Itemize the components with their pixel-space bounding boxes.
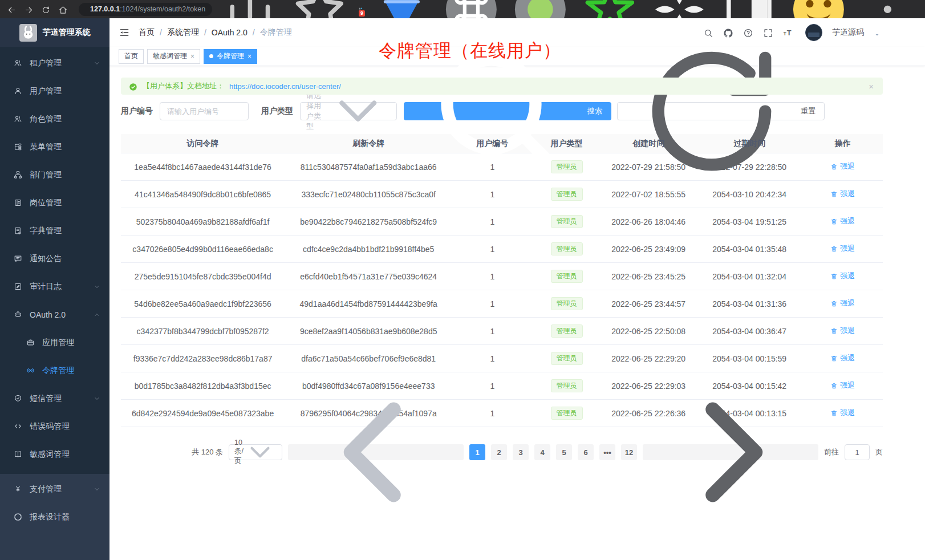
sidebar-item-bottom-1[interactable]: 报表设计器 (0, 503, 109, 531)
sidebar-item-8[interactable]: 审计日志 (0, 273, 109, 301)
refresh-token-cell: dfa6c71a50a54c66bef706ef9e6e8d81 (285, 354, 452, 363)
doc-alert: 【用户体系】文档地址： https://doc.iocoder.cn/user-… (121, 78, 883, 95)
breadcrumb-item-1[interactable]: 系统管理 (167, 27, 199, 38)
avatar[interactable] (805, 24, 822, 41)
sidebar-item-3[interactable]: 菜单管理 (0, 133, 109, 161)
force-logout-button[interactable]: 强退 (830, 408, 855, 418)
force-logout-button[interactable]: 强退 (830, 161, 855, 172)
sidebar-item-label: OAuth 2.0 (30, 310, 66, 319)
tab-close-icon[interactable]: × (190, 53, 194, 60)
sidebar-item-10[interactable]: 应用管理 (0, 328, 109, 356)
actions-cell: 强退 (803, 189, 883, 200)
sidebar-item-14[interactable]: 敏感词管理 (0, 440, 109, 468)
tab-1[interactable]: 敏感词管理× (147, 49, 200, 64)
sidebar-item-11[interactable]: 令牌管理 (0, 356, 109, 384)
username[interactable]: 芋道源码 (832, 27, 864, 38)
page-button-6[interactable]: 6 (578, 444, 594, 460)
sidebar: 芋道管理系统 租户管理用户管理角色管理菜单管理部门管理岗位管理字典管理通知公告审… (0, 18, 109, 560)
user-type-select[interactable]: 请选择用户类型 (300, 102, 397, 120)
force-logout-button[interactable]: 强退 (830, 326, 855, 336)
table-row-5: 54d6be82ee5a460a9aedc1f9bf22365649d1aa46… (121, 290, 883, 318)
sidebar-item-7[interactable]: 通知公告 (0, 245, 109, 273)
app-logo[interactable]: 芋道管理系统 (0, 18, 109, 47)
page-button-5[interactable]: 5 (556, 444, 572, 460)
sidebar-item-12[interactable]: 短信管理 (0, 384, 109, 412)
actions-cell: 强退 (803, 271, 883, 282)
browser-back-button[interactable] (7, 5, 17, 14)
user-id-input[interactable] (160, 102, 249, 120)
back-icon (7, 5, 17, 15)
browser-forward-button[interactable] (24, 5, 34, 14)
tab-0[interactable]: 首页 (119, 49, 144, 64)
extensions-icon[interactable]: 9 (359, 3, 363, 15)
sidebar-menu: 租户管理用户管理角色管理菜单管理部门管理岗位管理字典管理通知公告审计日志OAut… (0, 47, 109, 468)
breadcrumb-item-0[interactable]: 首页 (139, 27, 155, 38)
created-at-cell: 2022-06-25 23:45:25 (601, 272, 696, 281)
sidebar-item-label: 令牌管理 (42, 366, 74, 376)
created-at-cell: 2022-07-29 21:58:50 (601, 163, 696, 172)
alert-doc-link[interactable]: https://doc.iocoder.cn/user-center/ (229, 82, 341, 91)
expires-at-cell: 2054-03-04 00:15:59 (696, 354, 803, 363)
arrow-right-icon (645, 367, 816, 538)
sidebar-toggle-button[interactable] (119, 27, 130, 38)
column-header-0: 访问令牌 (121, 139, 285, 149)
sidebar-item-6[interactable]: 字典管理 (0, 217, 109, 245)
sidebar-item-label: 报表设计器 (30, 512, 70, 522)
page-button-1[interactable]: 1 (469, 444, 485, 460)
user-type-badge: 管理员 (551, 297, 583, 310)
rabbit-icon (19, 24, 37, 42)
page-ellipsis[interactable]: ••• (599, 444, 615, 460)
sidebar-item-2[interactable]: 角色管理 (0, 105, 109, 133)
sidebar-item-label: 岗位管理 (30, 198, 62, 208)
hamburger-icon (119, 27, 130, 38)
browser-home-button[interactable] (58, 5, 68, 14)
tab-2[interactable]: 令牌管理× (204, 49, 257, 64)
page-button-2[interactable]: 2 (491, 444, 507, 460)
user-type-cell: 管理员 (532, 297, 601, 310)
force-logout-button[interactable]: 强退 (830, 216, 855, 226)
sidebar-item-4[interactable]: 部门管理 (0, 161, 109, 189)
tab-close-icon[interactable]: × (248, 53, 251, 60)
sidebar-item-9[interactable]: OAuth 2.0 (0, 301, 109, 328)
search-button[interactable]: 搜索 (404, 102, 611, 120)
sidebar-item-0[interactable]: 租户管理 (0, 49, 109, 77)
page-button-3[interactable]: 3 (513, 444, 529, 460)
sidebar-item-label: 敏感词管理 (30, 449, 70, 460)
force-logout-button[interactable]: 强退 (830, 298, 855, 309)
page-button-12[interactable]: 12 (621, 444, 637, 460)
role-icon (14, 115, 22, 123)
goto-page-input[interactable] (845, 444, 870, 460)
prev-page-button[interactable] (288, 444, 464, 460)
user-id-cell: 1 (452, 382, 532, 391)
alert-close-icon[interactable]: × (869, 82, 874, 91)
address-bar[interactable]: 127.0.0.1:1024/system/oauth2/token (79, 3, 212, 16)
force-logout-button[interactable]: 强退 (830, 380, 855, 391)
created-at-cell: 2022-06-25 23:44:57 (601, 299, 696, 309)
force-logout-button[interactable]: 强退 (830, 244, 855, 254)
force-logout-button[interactable]: 强退 (830, 189, 855, 199)
expires-at-cell: 2054-03-04 01:31:36 (696, 299, 803, 309)
sidebar-item-13[interactable]: 错误码管理 (0, 412, 109, 440)
reset-button[interactable]: 重置 (617, 102, 825, 120)
user-menu-caret-icon[interactable] (874, 29, 881, 36)
force-logout-button[interactable]: 强退 (830, 353, 855, 363)
browser-reload-button[interactable] (41, 5, 51, 14)
next-page-button[interactable] (643, 444, 818, 460)
chevron-down-icon (244, 436, 277, 469)
breadcrumb-item-2[interactable]: OAuth 2.0 (212, 28, 248, 37)
user-type-cell: 管理员 (532, 270, 601, 282)
user-id-cell: 1 (452, 190, 532, 199)
user-id-cell: 1 (452, 327, 532, 336)
user-type-cell: 管理员 (532, 379, 601, 392)
force-logout-button[interactable]: 强退 (830, 271, 855, 281)
page-size-select[interactable]: 10条/页 (229, 444, 282, 460)
user-type-cell: 管理员 (532, 242, 601, 255)
sidebar-item-label: 角色管理 (30, 114, 62, 124)
trash-icon (830, 163, 838, 171)
sidebar-item-bottom-0[interactable]: 支付管理 (0, 475, 109, 503)
sidebar-item-1[interactable]: 用户管理 (0, 77, 109, 105)
page-button-4[interactable]: 4 (534, 444, 550, 460)
sidebar-item-label: 短信管理 (30, 393, 62, 404)
sidebar-item-5[interactable]: 岗位管理 (0, 189, 109, 217)
user-type-badge: 管理员 (551, 242, 583, 255)
